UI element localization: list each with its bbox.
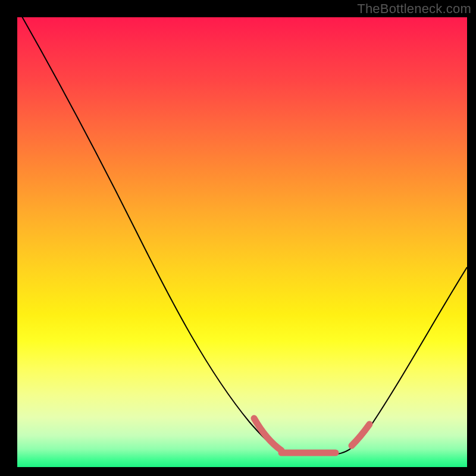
watermark-text: TheBottleneck.com — [357, 1, 471, 17]
curve-layer — [17, 17, 467, 467]
accent-valley-right — [352, 424, 369, 446]
chart-frame: TheBottleneck.com — [0, 0, 476, 476]
bottleneck-curve — [17, 17, 467, 455]
accent-valley-left — [254, 418, 281, 450]
plot-area — [17, 17, 467, 467]
